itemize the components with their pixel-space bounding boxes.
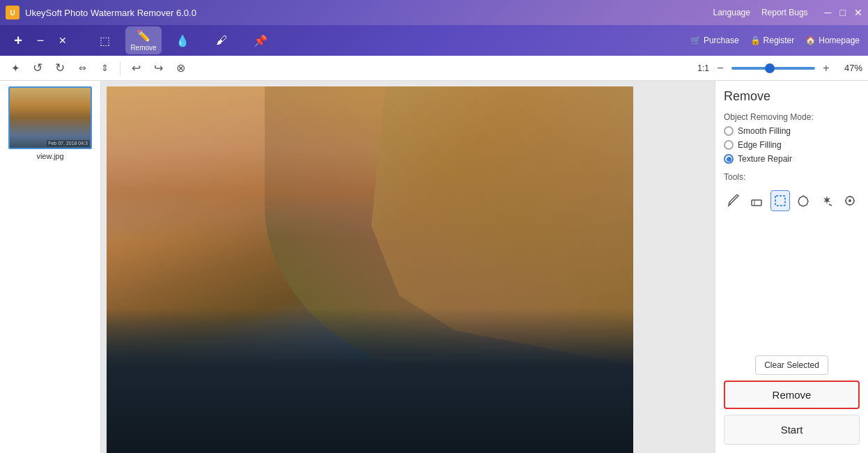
texture-repair-radio[interactable] — [724, 154, 734, 164]
smooth-filling-label: Smooth Filling — [738, 126, 791, 136]
tools-section-label: Tools: — [724, 172, 860, 182]
canvas-image[interactable] — [107, 86, 633, 453]
crop-icon: ⬚ — [100, 34, 110, 47]
purchase-label: Purchase — [704, 36, 739, 45]
thumbnail-name: view.jpg — [36, 152, 63, 160]
homepage-button[interactable]: 🏠 Homepage — [805, 36, 860, 45]
main-content: Feb 07, 2018 04:3 view.jpg — [0, 81, 868, 453]
thumbnail-image: Feb 07, 2018 04:3 — [8, 86, 92, 149]
cart-icon: 🛒 — [690, 36, 701, 45]
zoom-out-button[interactable]: − — [713, 61, 727, 75]
ai-select-icon — [844, 194, 856, 207]
undo-button[interactable]: ↩ — [126, 59, 146, 78]
zoom-in-button[interactable]: + — [819, 61, 833, 75]
lasso-icon — [797, 194, 809, 207]
remove-tool-label: Remove — [130, 44, 156, 52]
language-link[interactable]: Language — [713, 8, 750, 17]
rotate-ccw-button[interactable]: ↺ — [28, 59, 47, 78]
pen-icon — [727, 194, 740, 207]
minimize-button[interactable]: ─ — [825, 8, 832, 17]
zoom-slider-thumb[interactable] — [765, 63, 775, 73]
homepage-label: Homepage — [819, 36, 860, 45]
pen-tool-button[interactable] — [724, 190, 743, 211]
move-tool-button[interactable]: ✦ — [6, 59, 25, 78]
remove-file-button[interactable]: − — [31, 31, 50, 50]
add-file-button[interactable]: + — [8, 31, 28, 50]
crop-tool-button[interactable]: ⬚ — [86, 26, 123, 54]
svg-rect-3 — [752, 200, 761, 206]
thumbnail-item[interactable]: Feb 07, 2018 04:3 view.jpg — [6, 86, 95, 160]
magic-wand-icon — [821, 194, 833, 207]
flip-horizontal-button[interactable]: ⇔ — [72, 59, 92, 78]
radio-group: Smooth Filling Edge Filling Texture Repa… — [724, 126, 860, 164]
lasso-tool-button[interactable] — [794, 190, 814, 211]
tools-row — [724, 190, 860, 211]
title-bar-left: U UkeySoft Photo Watermark Remover 6.0.0 — [6, 6, 196, 20]
texture-repair-option[interactable]: Texture Repair — [724, 154, 860, 164]
zoom-percent-display: 47% — [837, 63, 862, 73]
svg-marker-2 — [371, 86, 633, 365]
tools-section: Tools: — [724, 172, 860, 211]
canvas-svg-overlay — [107, 86, 633, 453]
title-bar: U UkeySoft Photo Watermark Remover 6.0.0… — [0, 0, 868, 25]
clear-selected-button[interactable]: Clear Selected — [755, 355, 828, 375]
nav-bar: + − ✕ ⬚ ✏️ Remove 💧 🖌 📌 🛒 Purchase 🔒 Reg… — [0, 25, 868, 56]
close-button[interactable]: ✕ — [854, 8, 862, 17]
app-title: UkeySoft Photo Watermark Remover 6.0.0 — [25, 8, 196, 18]
pin-tool-button[interactable]: 📌 — [242, 26, 279, 54]
close-panel-button[interactable]: ✕ — [53, 31, 72, 50]
fill-tool-button[interactable]: 💧 — [164, 26, 201, 54]
smooth-filling-option[interactable]: Smooth Filling — [724, 126, 860, 136]
spacer — [724, 220, 860, 347]
redo-button[interactable]: ↪ — [148, 59, 168, 78]
edge-filling-radio[interactable] — [724, 140, 734, 150]
purchase-button[interactable]: 🛒 Purchase — [690, 36, 739, 45]
rotate-cw-button[interactable]: ↻ — [50, 59, 70, 78]
magic-wand-tool-button[interactable] — [817, 190, 837, 211]
remove-pencil-icon: ✏️ — [137, 29, 150, 43]
flip-vertical-button[interactable]: ⇕ — [95, 59, 114, 78]
mode-section: Object Removing Mode: Smooth Filling Edg… — [724, 112, 860, 164]
ai-select-tool-button[interactable] — [841, 190, 860, 211]
separator-1 — [120, 61, 121, 75]
cancel-button[interactable]: ⊗ — [171, 59, 190, 78]
register-button[interactable]: 🔒 Register — [750, 36, 795, 45]
edge-filling-option[interactable]: Edge Filling — [724, 140, 860, 150]
zoom-controls: 1:1 − + 47% — [697, 61, 862, 75]
canvas-area[interactable] — [101, 81, 715, 453]
report-bugs-link[interactable]: Report Bugs — [761, 8, 808, 17]
zoom-slider[interactable] — [731, 67, 815, 70]
texture-repair-label: Texture Repair — [738, 154, 792, 164]
maximize-button[interactable]: □ — [840, 8, 846, 17]
thumbnail-date: Feb 07, 2018 04:3 — [47, 140, 89, 146]
zoom-reset-button[interactable]: 1:1 — [697, 63, 709, 73]
lock-icon: 🔒 — [750, 36, 761, 45]
svg-marker-5 — [798, 196, 808, 206]
mode-section-label: Object Removing Mode: — [724, 112, 860, 122]
sub-toolbar: ✦ ↺ ↻ ⇔ ⇕ ↩ ↪ ⊗ 1:1 − + 47% — [0, 56, 868, 81]
svg-point-7 — [848, 199, 851, 202]
smooth-filling-radio[interactable] — [724, 126, 734, 136]
home-icon: 🏠 — [805, 36, 816, 45]
eraser-tool-button[interactable] — [747, 190, 767, 211]
app-logo: U — [6, 6, 20, 20]
panel-title: Remove — [724, 89, 860, 104]
remove-tool-button[interactable]: ✏️ Remove — [125, 26, 162, 54]
svg-rect-4 — [775, 196, 785, 206]
title-bar-right: Language Report Bugs ─ □ ✕ — [713, 8, 862, 17]
remove-button[interactable]: Remove — [724, 381, 860, 409]
start-button[interactable]: Start — [724, 415, 860, 445]
left-panel: Feb 07, 2018 04:3 view.jpg — [0, 81, 101, 453]
svg-rect-1 — [107, 309, 633, 453]
window-controls: ─ □ ✕ — [825, 8, 862, 17]
rect-select-tool-button[interactable] — [770, 190, 790, 211]
pin-icon: 📌 — [254, 34, 268, 47]
brush-tool-button[interactable]: 🖌 — [203, 26, 240, 54]
brush-icon: 🖌 — [216, 34, 227, 47]
edge-filling-label: Edge Filling — [738, 140, 782, 150]
eraser-icon — [750, 194, 763, 207]
fill-icon: 💧 — [176, 34, 189, 47]
right-panel: Remove Object Removing Mode: Smooth Fill… — [715, 81, 868, 453]
bottom-buttons: Clear Selected Remove Start — [724, 355, 860, 445]
nav-left: + − ✕ — [8, 31, 72, 50]
